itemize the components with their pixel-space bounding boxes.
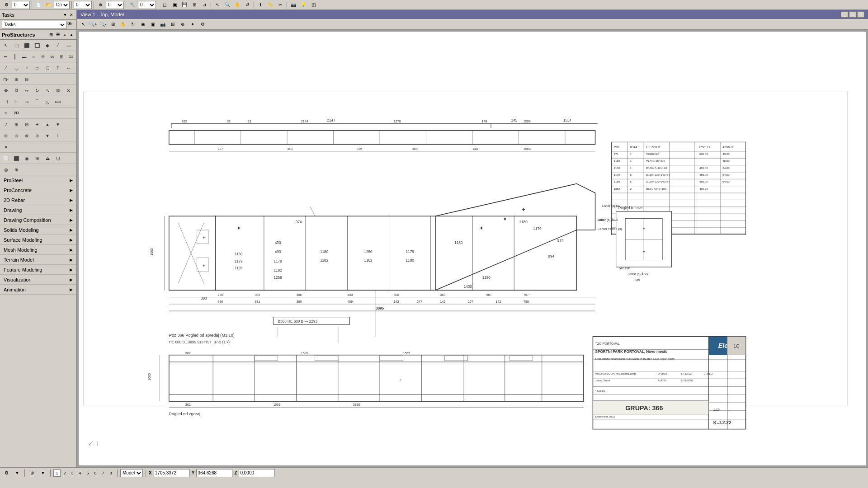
sidebar-item-2drebar[interactable]: 2D Rebar ▶ [0,195,76,205]
save-btn[interactable]: 💾 [180,1,189,9]
weld-btn[interactable]: ⋈ [48,52,57,61]
draw-polygon-btn[interactable]: ⬡ [42,63,52,73]
prostructures-list-btn[interactable]: ☰ [55,32,61,38]
move2-btn[interactable]: ↗ [1,119,11,129]
draw-line-btn[interactable]: ∕ [1,63,11,73]
align-btn[interactable]: ⊞ [11,119,21,129]
edge-btn[interactable]: ∕ [53,40,63,50]
view-maximize-btn[interactable]: □ [849,11,856,18]
num-select[interactable]: 0 [106,1,124,9]
snap3-btn[interactable]: ⊙ [11,131,21,141]
vt-pan-btn[interactable]: ✋ [118,20,127,28]
draw-circle-btn[interactable]: ○ [22,63,32,73]
vt-settings-btn[interactable]: ⚙ [198,20,207,28]
layer-btn[interactable]: T [53,131,63,141]
vt-view-btn[interactable]: ◉ [138,20,147,28]
cont-select[interactable]: Conts [54,1,70,9]
sidebar-item-animation[interactable]: Animation ▶ [0,285,76,295]
text-btn[interactable]: T [53,63,63,73]
offset-btn[interactable]: ⟺ [53,97,63,107]
copy-btn[interactable]: ⧉ [11,85,21,95]
prostructures-menu-btn[interactable]: ≡ [61,32,68,38]
bolt-btn[interactable]: ⊕ [38,52,47,61]
status-snap2-btn[interactable]: ▼ [38,469,47,477]
tool-1[interactable]: ⊕ [96,1,105,9]
up-btn[interactable]: ▲ [42,119,52,129]
tasks-eye-btn[interactable]: 👁 [67,21,75,28]
terrain-btn[interactable]: ⛰ [42,153,52,163]
status-snap-btn[interactable]: ⊕ [28,469,37,477]
sidebar-item-drawing-composition[interactable]: Drawing Composition ▶ [0,215,76,225]
grid-btn[interactable]: ⊞ [190,1,199,9]
draw-arc-btn[interactable]: ◡ [11,63,21,73]
down-btn[interactable]: ▼ [53,119,63,129]
vt-arrow-btn[interactable]: ↖ [79,20,88,28]
vt-camera2-btn[interactable]: 📷 [158,20,167,28]
mesh-btn[interactable]: ⊟ [22,74,32,84]
status-icon-btn[interactable]: ⚙ [2,469,11,477]
extend-btn[interactable]: ⊢ [11,97,21,107]
sidebar-item-visualization[interactable]: Visualization ▶ [0,275,76,285]
plane-btn[interactable]: ◰ [309,1,318,9]
vt-snap-btn[interactable]: ⊕ [178,20,187,28]
2d-btn[interactable]: 2D [11,108,21,118]
solid-btn[interactable]: ⬛ [11,153,21,163]
snap5-btn[interactable]: ⊚ [32,131,42,141]
light-btn[interactable]: 💡 [299,1,308,9]
trim-btn[interactable]: ⊣ [1,97,11,107]
draw-rect-btn[interactable]: ▭ [32,63,42,73]
rotate-btn[interactable]: ↺ [243,1,252,9]
sidebar-item-surface-modeling[interactable]: Surface Modeling ▶ [0,235,76,245]
drawing-area[interactable]: 2147 145 1534 [79,32,866,465]
snap-btn[interactable]: ⊿ [200,1,209,9]
annotation-btn[interactable]: ◎ [1,164,11,174]
surface-btn[interactable]: ▭ [63,40,73,50]
measure-btn[interactable]: 📏 [266,1,275,9]
render-btn[interactable]: ▣ [170,1,179,9]
x-input[interactable] [154,469,190,477]
view-tab-2[interactable]: 2 [61,469,68,477]
break-btn[interactable]: ⊸ [22,97,32,107]
beam-btn[interactable]: ━ [1,52,10,61]
vt-render-btn[interactable]: ▣ [148,20,157,28]
column-btn[interactable]: ┃ [10,52,19,61]
vt-grid-btn[interactable]: ⊞ [168,20,177,28]
volume-btn[interactable]: m³ [1,74,11,84]
sidebar-item-drawing[interactable]: Drawing ▶ [0,205,76,215]
open-btn[interactable]: 📂 [44,1,53,9]
dim-btn[interactable]: ↔ [63,63,73,73]
delete-btn[interactable]: ✕ [63,85,73,95]
tasks-select[interactable]: Tasks [2,21,66,29]
prostructures-grid-btn[interactable]: ⊞ [48,32,54,38]
view-tab-4[interactable]: 4 [76,469,84,477]
plate-btn[interactable]: ▬ [20,52,29,61]
num-btn[interactable]: 1x [66,52,75,61]
point-btn[interactable]: ⊕ [11,164,21,174]
select-btn[interactable]: ↖ [213,1,222,9]
snap-select[interactable]: 0 [12,1,30,9]
sidebar-item-solids-modeling[interactable]: Solids Modeling ▶ [0,225,76,235]
val-select[interactable]: 0 [138,1,156,9]
hole-btn[interactable]: ○ [29,52,38,61]
sidebar-item-proconcrete[interactable]: ProConcrete ▶ [0,185,76,195]
fence-btn[interactable]: ⬚ [11,40,21,50]
info-btn[interactable]: ℹ [256,1,265,9]
tasks-close-btn[interactable]: ✕ [68,12,75,18]
rotate2-btn[interactable]: ↻ [32,85,42,95]
view-tab-5[interactable]: 5 [84,469,91,477]
vt-zoom-in-btn[interactable]: 🔍+ [89,20,98,28]
view-tab-7[interactable]: 7 [99,469,107,477]
section-btn[interactable]: ✂ [276,1,285,9]
xref-btn[interactable]: ✕ [1,142,11,152]
view-btn[interactable]: ◻ [160,1,169,9]
snap4-btn[interactable]: ⊗ [22,131,32,141]
vt-acudraw-btn[interactable]: ✦ [188,20,197,28]
explode-btn[interactable]: ✦ [32,119,42,129]
sidebar-item-terrain-model[interactable]: Terrain Model ▶ [0,255,76,265]
object-btn[interactable]: ⬛ [22,40,32,50]
array-btn[interactable]: ⊠ [53,85,63,95]
group-btn[interactable]: ⊟ [22,119,32,129]
chamfer-btn[interactable]: ◺ [42,97,52,107]
vt-rotate-btn[interactable]: ↻ [128,20,137,28]
mirror-btn[interactable]: ⇔ [22,85,32,95]
